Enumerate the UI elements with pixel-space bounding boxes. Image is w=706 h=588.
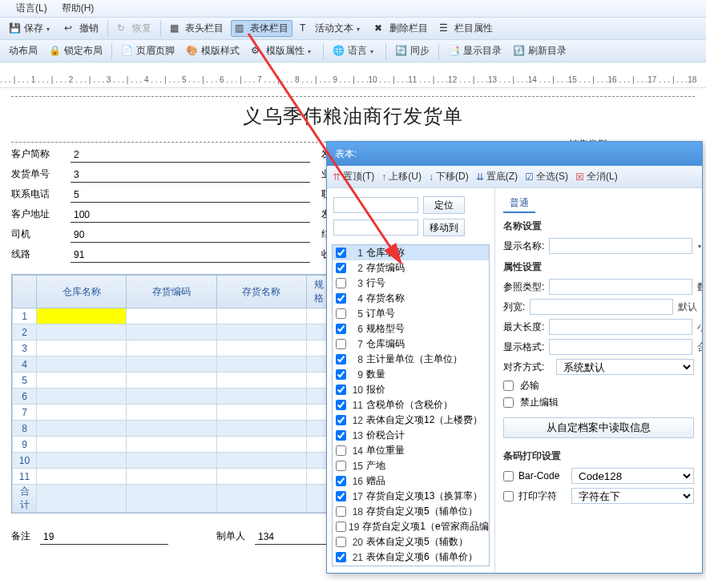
select-none-button[interactable]: ☒全消(L) [573, 168, 620, 185]
tab-normal[interactable]: 普通 [503, 195, 535, 213]
column-list-item[interactable]: 12表体自定义项12（上楼费） [333, 413, 489, 428]
col-header-invname[interactable]: 存货名称 [216, 276, 306, 308]
disp-fmt-input[interactable] [549, 339, 692, 355]
locate-input[interactable] [333, 197, 418, 213]
delete-col-button[interactable]: ✖删除栏目 [370, 20, 432, 37]
printchar-select[interactable]: 字符在下 [571, 488, 694, 504]
column-checkbox[interactable] [336, 263, 346, 273]
column-checkbox[interactable] [336, 385, 346, 395]
column-list-item[interactable]: 21表体自定义项6（辅单价） [333, 550, 489, 565]
language-button[interactable]: 🌐语言▾ [329, 42, 381, 59]
refresh-toc-button[interactable]: 🔃刷新目录 [509, 42, 571, 59]
active-text-button[interactable]: T活动文本▾ [296, 20, 367, 37]
column-list-item[interactable]: 14单位重量 [333, 443, 489, 458]
column-list-item[interactable]: 8主计量单位（主单位） [333, 352, 489, 367]
table-row[interactable]: 11 [13, 469, 331, 485]
header-col-button[interactable]: ▦表头栏目 [166, 20, 228, 37]
route-field[interactable]: 91 [71, 249, 310, 263]
column-checkbox[interactable] [336, 415, 346, 425]
column-list-item[interactable]: 2存货编码 [333, 260, 489, 276]
template-style-button[interactable]: 🎨模版样式 [182, 42, 244, 59]
column-checkbox[interactable] [336, 278, 346, 288]
column-checkbox[interactable] [336, 400, 346, 410]
template-props-button[interactable]: ⚙模版属性▾ [247, 42, 318, 59]
column-list-item[interactable]: 11含税单价（含税价） [333, 397, 489, 413]
ref-type-input[interactable] [549, 279, 692, 295]
data-grid[interactable]: 仓库名称 存货编码 存货名称 规格 1234567891011 合计 [11, 274, 332, 513]
table-row[interactable]: 7 [13, 405, 331, 421]
col-header-invcode[interactable]: 存货编码 [127, 276, 216, 308]
column-checkbox[interactable] [336, 522, 346, 532]
column-list-item[interactable]: 6规格型号 [333, 321, 489, 336]
col-props-button[interactable]: ☰栏目属性 [435, 20, 497, 37]
menu-language[interactable]: 语言(L) [16, 2, 47, 15]
phone-field[interactable]: 5 [71, 189, 310, 203]
show-toc-button[interactable]: 📑显示目录 [444, 42, 506, 59]
dyn-layout-button[interactable]: 动布局 [5, 42, 42, 59]
column-list-item[interactable]: 20表体自定义项5（辅数） [333, 534, 489, 550]
col-width-input[interactable] [530, 299, 673, 315]
max-len-input[interactable] [549, 319, 692, 335]
moveto-button[interactable]: 移动到 [423, 219, 465, 236]
align-select[interactable]: 系统默认 [556, 359, 694, 375]
table-row[interactable]: 5 [13, 373, 331, 389]
ship-no-field[interactable]: 3 [71, 169, 310, 183]
column-list-item[interactable]: 7仓库编码 [333, 336, 489, 352]
column-checkbox[interactable] [336, 339, 346, 349]
column-checkbox[interactable] [336, 308, 346, 319]
menu-help[interactable]: 帮助(H) [62, 2, 95, 15]
table-row[interactable]: 10 [13, 453, 331, 469]
column-checkbox[interactable] [336, 491, 346, 501]
save-button[interactable]: 💾保存▾ [5, 20, 57, 37]
lock-layout-button[interactable]: 🔒锁定布局 [45, 42, 107, 59]
column-list-item[interactable]: 17存货自定义项13（换算率） [333, 489, 489, 504]
to-top-button[interactable]: ⇈置顶(T) [330, 168, 377, 185]
table-row[interactable]: 8 [13, 421, 331, 437]
column-list-item[interactable]: 15产地 [333, 458, 489, 473]
column-list-item[interactable]: 18存货自定义项5（辅单位） [333, 504, 489, 519]
sync-button[interactable]: 🔄同步 [391, 42, 434, 59]
header-footer-button[interactable]: 📄页眉页脚 [117, 42, 179, 59]
disp-name-input[interactable] [549, 238, 692, 254]
addr-field[interactable]: 100 [71, 209, 310, 223]
column-checkbox[interactable] [336, 324, 346, 334]
column-checkbox[interactable] [336, 354, 346, 364]
table-row[interactable]: 2 [13, 324, 331, 340]
to-bottom-button[interactable]: ⇊置底(Z) [474, 168, 520, 185]
column-checkbox[interactable] [336, 430, 346, 441]
column-list-item[interactable]: 3行号 [333, 276, 489, 291]
column-checkbox[interactable] [336, 445, 346, 456]
column-checkbox[interactable] [336, 552, 346, 562]
column-checkbox[interactable] [336, 506, 346, 517]
table-row[interactable]: 4 [13, 356, 331, 373]
move-up-button[interactable]: ↑上移(U) [379, 168, 424, 185]
table-row[interactable]: 6 [13, 389, 331, 405]
column-list[interactable]: 1仓库名称2存货编码3行号4存货名称5订单号6规格型号7仓库编码8主计量单位（主… [332, 244, 490, 566]
column-list-item[interactable]: 10报价 [333, 382, 489, 397]
remark-field[interactable]: 19 [40, 531, 168, 545]
column-list-item[interactable]: 13价税合计 [333, 428, 489, 443]
driver-field[interactable]: 90 [71, 229, 310, 243]
column-checkbox[interactable] [336, 476, 346, 486]
undo-button[interactable]: ↩撤销 [60, 20, 103, 37]
column-list-item[interactable]: 5订单号 [333, 306, 489, 321]
column-list-item[interactable]: 19存货自定义项1（e管家商品编 [333, 519, 489, 534]
move-down-button[interactable]: ↓下移(D) [426, 168, 471, 185]
column-list-item[interactable]: 4存货名称 [333, 291, 489, 306]
read-archive-button[interactable]: 从自定档案中读取信息 [503, 417, 694, 438]
column-list-item[interactable]: 16赠品 [333, 473, 489, 489]
column-list-item[interactable]: 9数量 [333, 367, 489, 382]
column-checkbox[interactable] [336, 369, 346, 380]
column-checkbox[interactable] [336, 248, 346, 258]
barcode-select[interactable]: Code128 [571, 468, 694, 484]
column-checkbox[interactable] [336, 537, 346, 547]
moveto-input[interactable] [333, 219, 418, 236]
noedit-checkbox[interactable] [503, 397, 514, 408]
required-checkbox[interactable] [503, 381, 514, 391]
select-all-button[interactable]: ☑全选(S) [522, 168, 571, 185]
column-list-item[interactable]: 22折扣额 [333, 565, 489, 566]
column-checkbox[interactable] [336, 293, 346, 304]
column-checkbox[interactable] [336, 461, 346, 471]
table-row[interactable]: 9 [13, 437, 331, 453]
barcode-checkbox[interactable] [503, 471, 514, 481]
